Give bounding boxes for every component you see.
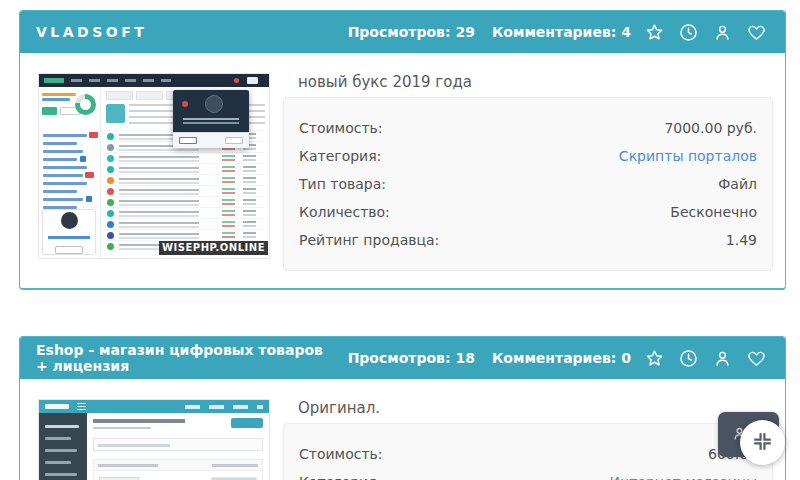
thumb-avatar xyxy=(61,212,78,229)
detail-row-category: Категория: Скрипты порталов xyxy=(299,142,757,170)
product-details: новый букс 2019 года Стоимость: 7000.00 … xyxy=(283,73,773,271)
thumb-logo xyxy=(44,78,64,83)
thumb-logo xyxy=(45,404,69,409)
thumb-notification-dot xyxy=(234,78,239,83)
heart-icon[interactable] xyxy=(746,348,767,369)
product-card-eshop: Eshop - магазин цифровых товаров + лицен… xyxy=(19,336,786,480)
thumb-menu-icon xyxy=(77,403,86,410)
details-panel: Стоимость: 600.00 Категория: Интернет ма… xyxy=(283,423,773,480)
thumbnail-watermark: WISEPHP.ONLINE xyxy=(159,241,268,255)
thumb-main-area xyxy=(87,413,269,480)
thumb-popup xyxy=(173,90,249,148)
category-link[interactable]: Интернет магазины xyxy=(610,474,757,480)
card-body: WISEPHP.ONLINE новый букс 2019 года Стои… xyxy=(20,53,785,271)
user-icon[interactable] xyxy=(712,348,733,369)
comments-count: Комментариев: 4 xyxy=(492,24,631,40)
views-count: Просмотров: 18 xyxy=(348,350,475,366)
details-panel: Стоимость: 7000.00 руб. Категория: Скрип… xyxy=(283,97,773,271)
product-title-link[interactable]: Eshop - магазин цифровых товаров + лицен… xyxy=(36,342,331,374)
heart-icon[interactable] xyxy=(746,22,767,43)
card-body: Оригинал. Стоимость: 600.00 Категория: И… xyxy=(20,379,785,480)
thumb-add-button xyxy=(231,418,263,428)
user-icon[interactable] xyxy=(712,22,733,43)
clock-icon[interactable] xyxy=(678,348,699,369)
card-header: VLADSOFT Просмотров: 29 Комментариев: 4 xyxy=(20,11,785,53)
card-header-stats: Просмотров: 29 Комментариев: 4 xyxy=(331,22,767,43)
comments-count: Комментариев: 0 xyxy=(492,350,631,366)
product-card-vladsoft: VLADSOFT Просмотров: 29 Комментариев: 4 xyxy=(19,10,786,290)
thumb-sidebar xyxy=(39,413,87,480)
thumb-donut-chart xyxy=(75,94,96,115)
product-thumbnail[interactable]: WISEPHP.ONLINE xyxy=(38,73,270,259)
detail-row-seller-rating: Рейтинг продавца: 1.49 xyxy=(299,226,757,254)
product-title: Оригинал. xyxy=(298,399,773,418)
detail-row-quantity: Количество: Бесконечно xyxy=(299,198,757,226)
seller-title-link[interactable]: VLADSOFT xyxy=(36,24,147,40)
collapse-floating-button[interactable] xyxy=(740,420,785,465)
thumb-profile-widget xyxy=(42,209,96,255)
clock-icon[interactable] xyxy=(678,22,699,43)
thumb-navbar xyxy=(39,74,269,87)
card-header-stats: Просмотров: 18 Комментариев: 0 xyxy=(331,348,767,369)
views-count: Просмотров: 29 xyxy=(348,24,475,40)
thumb-navbar xyxy=(39,400,269,413)
compress-icon xyxy=(751,430,774,456)
detail-row-price: Стоимость: 7000.00 руб. xyxy=(299,114,757,142)
star-icon[interactable] xyxy=(644,22,665,43)
thumb-sidebar xyxy=(39,87,101,258)
card-header: Eshop - магазин цифровых товаров + лицен… xyxy=(20,337,785,379)
thumb-product-row xyxy=(93,459,263,480)
marketplace-page: VLADSOFT Просмотров: 29 Комментариев: 4 xyxy=(0,0,800,480)
product-thumbnail[interactable] xyxy=(38,399,270,480)
thumb-topic-list xyxy=(106,130,265,251)
thumb-nav-links xyxy=(71,79,171,82)
thumb-nav-links xyxy=(185,405,263,409)
detail-row-price: Стоимость: 600.00 xyxy=(299,440,757,468)
product-title: новый букс 2019 года xyxy=(298,73,773,92)
detail-row-product-type: Тип товара: Файл xyxy=(299,170,757,198)
star-icon[interactable] xyxy=(644,348,665,369)
product-details: Оригинал. Стоимость: 600.00 Категория: И… xyxy=(283,399,773,480)
category-link[interactable]: Скрипты порталов xyxy=(619,148,757,164)
thumb-flag-icon xyxy=(247,77,258,84)
thumb-search-bar xyxy=(93,438,263,451)
detail-row-category: Категория: Интернет магазины xyxy=(299,468,757,480)
